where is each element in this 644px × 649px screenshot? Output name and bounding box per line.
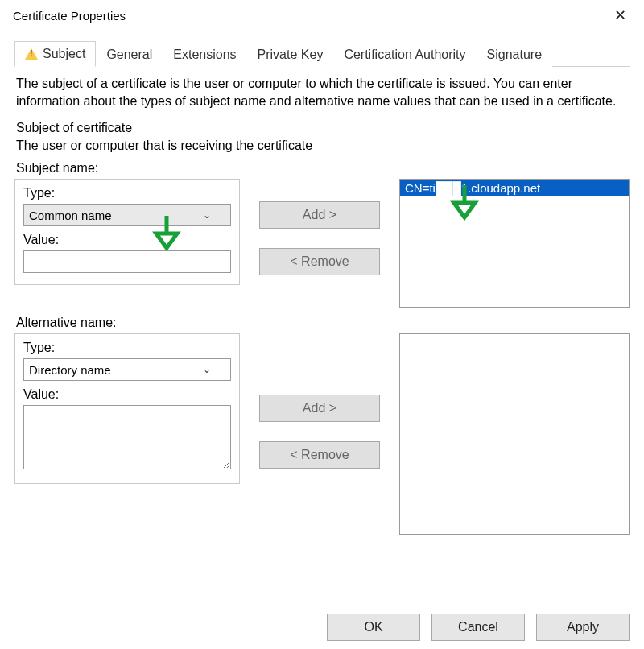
tab-subject[interactable]: Subject (14, 41, 96, 67)
ok-label: OK (364, 620, 382, 635)
cancel-label: Cancel (458, 620, 498, 635)
tabstrip: Subject General Extensions Private Key C… (14, 40, 630, 67)
alt-name-listbox[interactable] (399, 333, 630, 535)
section-hint: The user or computer that is receiving t… (16, 138, 628, 153)
tab-signature[interactable]: Signature (477, 42, 553, 67)
window-title: Certificate Properties (13, 9, 126, 23)
content-area: Subject General Extensions Private Key C… (0, 29, 644, 535)
tab-private-key[interactable]: Private Key (247, 42, 334, 67)
alt-type-label: Type: (23, 341, 231, 355)
subject-name-row: Type: Common name ⌄ Value: Add > < Remov… (14, 179, 630, 308)
tab-cert-authority-label: Certification Authority (344, 48, 465, 61)
section-heading: Subject of certificate (16, 121, 628, 135)
subject-add-button[interactable]: Add > (259, 201, 380, 229)
apply-button[interactable]: Apply (536, 614, 630, 641)
alt-name-row: Type: Directory name ⌄ Value: Add > < Re… (14, 333, 630, 535)
tab-extensions-label: Extensions (173, 48, 236, 61)
ok-button[interactable]: OK (327, 614, 420, 641)
subject-add-label: Add > (303, 208, 336, 222)
apply-label: Apply (567, 620, 599, 635)
subject-name-group-label: Subject name: (16, 161, 628, 176)
tab-subject-label: Subject (43, 47, 85, 61)
alt-value-label: Value: (23, 387, 231, 402)
subject-value-label: Value: (23, 233, 231, 247)
page-description: The subject of a certificate is the user… (16, 75, 628, 110)
tab-general-label: General (106, 48, 152, 61)
alt-add-label: Add > (303, 401, 336, 415)
alt-remove-label: < Remove (290, 448, 349, 462)
subject-name-group: Type: Common name ⌄ Value: (14, 179, 240, 285)
list-item[interactable]: CN=ti███1.cloudapp.net (400, 180, 629, 196)
subject-type-select[interactable]: Common name ⌄ (23, 204, 231, 226)
titlebar: Certificate Properties ✕ (0, 0, 644, 29)
subject-type-label: Type: (23, 186, 231, 200)
alt-name-group: Type: Directory name ⌄ Value: (14, 333, 240, 484)
tab-extensions[interactable]: Extensions (163, 42, 246, 67)
warning-icon (25, 48, 38, 60)
tab-signature-label: Signature (487, 48, 543, 61)
certificate-properties-dialog: Certificate Properties ✕ Subject General… (0, 0, 644, 649)
tab-general[interactable]: General (96, 42, 163, 67)
close-icon[interactable]: ✕ (604, 6, 636, 24)
subject-remove-button[interactable]: < Remove (259, 248, 380, 275)
dialog-footer: OK Cancel Apply (327, 614, 630, 641)
subject-type-value: Common name (29, 209, 112, 222)
alt-value-input[interactable] (23, 405, 231, 469)
subject-value-input[interactable] (23, 250, 231, 273)
alt-add-button[interactable]: Add > (259, 395, 380, 422)
alt-type-value: Directory name (29, 363, 111, 377)
alt-name-group-label: Alternative name: (16, 316, 628, 330)
chevron-down-icon: ⌄ (203, 364, 211, 375)
chevron-down-icon: ⌄ (203, 209, 211, 221)
tab-cert-authority[interactable]: Certification Authority (333, 42, 476, 67)
subject-name-listbox[interactable]: CN=ti███1.cloudapp.net (399, 179, 630, 308)
alt-type-select[interactable]: Directory name ⌄ (23, 358, 231, 381)
subject-remove-label: < Remove (290, 254, 349, 269)
alt-remove-button[interactable]: < Remove (259, 441, 380, 469)
cancel-button[interactable]: Cancel (431, 614, 525, 641)
tab-private-key-label: Private Key (258, 48, 324, 61)
